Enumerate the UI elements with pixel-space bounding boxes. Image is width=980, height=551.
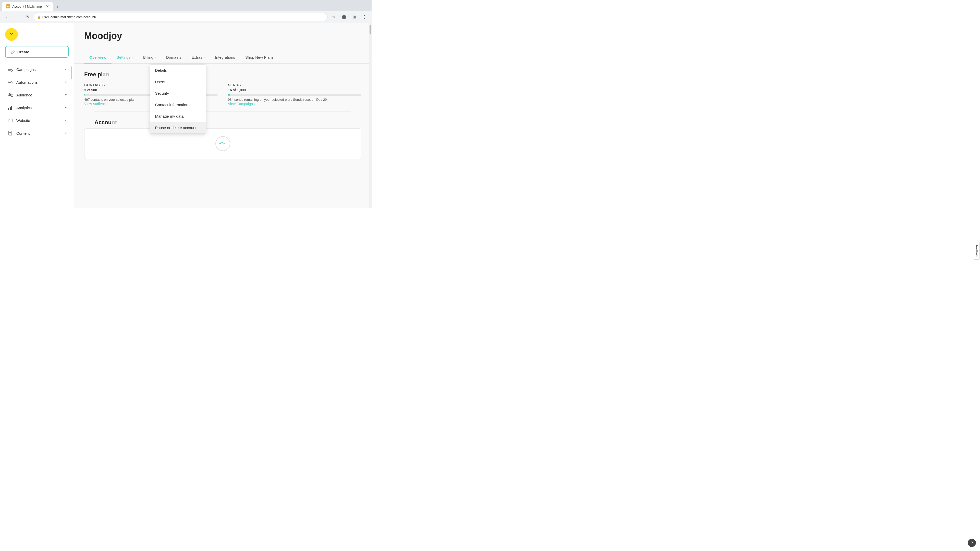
sidebar-item-campaigns[interactable]: Campaigns ▾ (2, 63, 72, 76)
create-button[interactable]: Create (5, 46, 68, 58)
sidebar-item-automations[interactable]: Automations ▾ (2, 76, 72, 88)
content-chevron: ▾ (65, 131, 67, 135)
app-container: Create Campaigns ▾ (0, 23, 372, 208)
url-text: us21.admin.mailchimp.com/account/ (42, 15, 96, 19)
contacts-progress-fill (84, 94, 85, 96)
svg-point-15 (11, 94, 12, 95)
automations-chevron: ▾ (65, 80, 67, 84)
svg-rect-17 (10, 107, 11, 110)
tab-settings[interactable]: Settings ▾ Details Users Security Contac… (111, 52, 138, 64)
sends-detail: 984 sends remaining on your selected pla… (228, 98, 361, 102)
plan-stats: Contacts 3 of 500 497 contacts on your s… (84, 83, 361, 106)
sidebar: Create Campaigns ▾ (0, 23, 74, 208)
tab-favicon: M (6, 4, 10, 8)
sends-progress-fill (228, 94, 230, 96)
browser-chrome: M Account | Mailchimp ✕ + ← → ↻ 🔒 us21.a… (0, 0, 372, 23)
tab-extras[interactable]: Extras ▾ (186, 52, 210, 64)
svg-rect-18 (11, 106, 12, 110)
svg-point-13 (10, 93, 11, 95)
tab-domains[interactable]: Domains (161, 52, 186, 64)
sidebar-logo (0, 23, 74, 46)
svg-point-9 (12, 33, 13, 34)
tab-overview[interactable]: Overview (84, 52, 111, 64)
dropdown-details[interactable]: Details (150, 65, 206, 76)
tab-integrations[interactable]: Integrations (210, 52, 240, 64)
dropdown-security[interactable]: Security (150, 87, 206, 99)
extras-chevron: ▾ (204, 56, 205, 59)
automations-icon (7, 79, 13, 85)
plan-title: Free plan (84, 71, 361, 78)
svg-point-25 (220, 143, 221, 144)
analytics-chevron: ▾ (65, 106, 67, 110)
reload-button[interactable]: ↻ (24, 13, 32, 21)
new-tab-button[interactable]: + (54, 3, 61, 11)
account-section-title: Account (84, 114, 361, 128)
extensions-button[interactable]: ⊞ (350, 13, 358, 21)
svg-text:I: I (344, 16, 345, 19)
dropdown-contact-information[interactable]: Contact information (150, 99, 206, 110)
svg-rect-16 (8, 108, 9, 110)
account-tabs: Overview Settings ▾ Details Users Securi… (74, 52, 372, 64)
svg-point-21 (10, 119, 10, 120)
sidebar-item-audience[interactable]: Audience ▾ (2, 89, 72, 101)
main-scrollbar-thumb (369, 25, 371, 34)
profile-button[interactable]: I (340, 13, 348, 21)
sidebar-item-analytics[interactable]: Analytics ▾ (2, 102, 72, 114)
back-button[interactable]: ← (3, 13, 11, 21)
svg-point-24 (216, 137, 230, 151)
svg-point-10 (11, 70, 13, 71)
sends-count: 16 of 1,000 (228, 88, 361, 92)
tab-billing[interactable]: Billing ▾ (138, 52, 161, 64)
audience-icon (7, 92, 13, 98)
main-content: Moodjoy Overview Settings ▾ Details User… (74, 23, 372, 208)
settings-dropdown: Details Users Security Contact informati… (150, 64, 206, 134)
address-bar[interactable]: 🔒 us21.admin.mailchimp.com/account/ (34, 13, 328, 21)
main-scrollbar[interactable] (369, 23, 372, 208)
browser-toolbar: ← → ↻ 🔒 us21.admin.mailchimp.com/account… (0, 11, 372, 23)
account-card (84, 128, 361, 159)
analytics-icon (7, 105, 13, 111)
dropdown-pause-or-delete[interactable]: Pause or delete account (150, 122, 206, 133)
dropdown-manage-my-data[interactable]: Manage my data (150, 110, 206, 122)
account-card-icon (215, 136, 231, 151)
section-divider (94, 111, 351, 111)
svg-point-8 (11, 33, 11, 34)
sends-label: Sends (228, 83, 361, 87)
toolbar-actions: ☆ I ⊞ ⋮ (330, 13, 369, 21)
audience-chevron: ▾ (65, 93, 67, 97)
campaigns-chevron: ▾ (65, 68, 67, 71)
plan-section: Free plan Contacts 3 of 500 497 contact (74, 64, 372, 167)
sidebar-nav: Campaigns ▾ Automations ▾ (0, 63, 74, 140)
pencil-icon (11, 49, 15, 54)
sidebar-item-website[interactable]: Website ▾ (2, 114, 72, 127)
sends-stat: Sends 16 of 1,000 984 sends remaining on… (228, 83, 361, 106)
lock-icon: 🔒 (37, 15, 41, 19)
billing-chevron: ▾ (154, 56, 156, 59)
dropdown-users[interactable]: Users (150, 76, 206, 87)
sends-progress-bar (228, 94, 361, 96)
account-header: Moodjoy (74, 23, 372, 52)
website-chevron: ▾ (65, 119, 67, 122)
sidebar-scrollbar[interactable] (71, 66, 72, 79)
menu-button[interactable]: ⋮ (360, 13, 369, 21)
view-audience-link[interactable]: View Audience (84, 102, 108, 106)
content-icon (7, 130, 13, 136)
tab-shop-new-plans[interactable]: Shop New Plans (240, 52, 279, 64)
tab-close-button[interactable]: ✕ (46, 4, 49, 8)
sidebar-item-content[interactable]: Content ▾ (2, 127, 72, 139)
svg-point-7 (10, 32, 14, 35)
website-icon (7, 118, 13, 124)
svg-point-20 (9, 119, 9, 120)
account-title: Moodjoy (84, 30, 361, 41)
svg-text:M: M (7, 5, 9, 8)
campaigns-icon (7, 66, 13, 73)
tab-title: Account | Mailchimp (12, 5, 42, 8)
forward-button[interactable]: → (13, 13, 21, 21)
browser-tabs: M Account | Mailchimp ✕ + (0, 0, 372, 11)
bookmark-button[interactable]: ☆ (330, 13, 338, 21)
mailchimp-logo (5, 28, 18, 41)
settings-chevron: ▾ (131, 56, 133, 59)
view-campaigns-link[interactable]: View Campaigns (228, 102, 255, 106)
active-tab[interactable]: M Account | Mailchimp ✕ (2, 2, 53, 11)
svg-point-14 (8, 94, 9, 95)
